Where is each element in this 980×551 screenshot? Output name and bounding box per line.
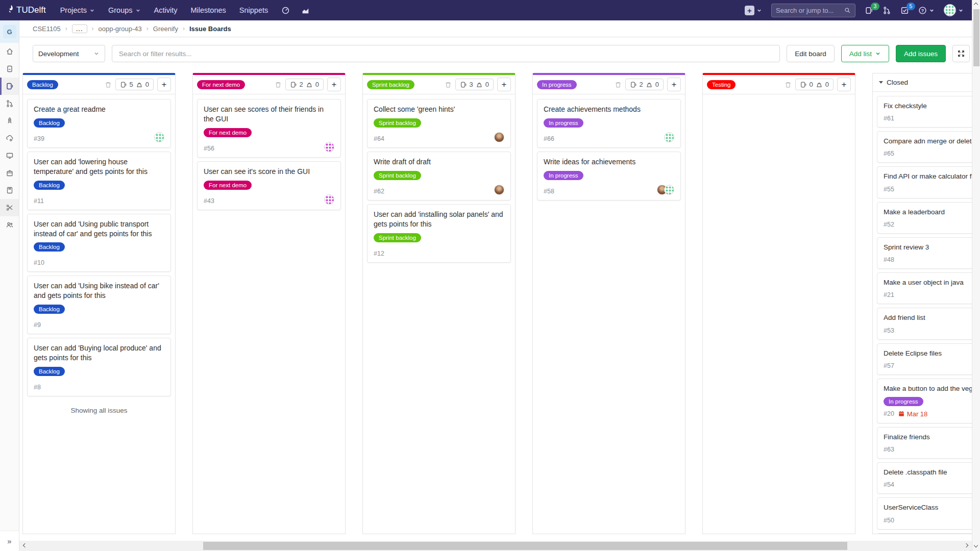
issue-label-pill[interactable]: Sprint backlog	[374, 233, 421, 242]
list-label-pill[interactable]: For next demo	[197, 80, 245, 89]
issue-label-pill[interactable]: Backlog	[34, 305, 65, 314]
delete-list-button[interactable]	[105, 81, 112, 88]
issue-label-pill[interactable]: Sprint backlog	[374, 171, 421, 180]
sidebar-item-issues[interactable]	[0, 78, 19, 95]
breadcrumb-item[interactable]: Greenify	[153, 25, 178, 33]
issue-card[interactable]: User can add 'Buying local produce' and …	[27, 338, 171, 396]
todos-nav-button[interactable]: 5	[900, 6, 909, 15]
issue-label-pill[interactable]: For next demo	[204, 181, 252, 190]
issue-label-pill[interactable]: In progress	[544, 171, 583, 180]
sidebar-item-snippets[interactable]	[0, 199, 19, 216]
assignee-avatar-identicon[interactable]	[664, 185, 674, 195]
issue-label-pill[interactable]: Backlog	[34, 118, 65, 128]
issue-card[interactable]: User can see it's score in the GUI For n…	[197, 161, 341, 210]
merge-requests-nav-button[interactable]	[883, 6, 891, 15]
assignee-avatar-photo[interactable]	[494, 132, 504, 142]
assignee-avatar-identicon[interactable]	[154, 132, 164, 142]
tudelft-logo[interactable]: TUDelft	[7, 5, 46, 15]
board-select-dropdown[interactable]: Development	[33, 45, 105, 62]
closed-list-header[interactable]: Closed	[873, 73, 980, 92]
assignee-avatar-identicon[interactable]	[324, 194, 334, 205]
vertical-scrollbar-thumb[interactable]	[973, 9, 979, 66]
assignee-avatar-photo[interactable]	[494, 185, 504, 195]
delete-list-button[interactable]	[785, 81, 792, 88]
scroll-right-arrow[interactable]	[964, 543, 968, 547]
list-label-pill[interactable]: Testing	[707, 80, 736, 89]
closed-issue-card[interactable]: Delete Eclipse files #57	[877, 343, 980, 375]
sidebar-item-cicd[interactable]	[0, 112, 19, 130]
area-chart-icon[interactable]	[301, 6, 310, 15]
issues-nav-button[interactable]: 3	[865, 6, 873, 15]
closed-issue-card[interactable]: Compare adn merge or delete old b #65	[877, 131, 980, 163]
user-menu-button[interactable]	[944, 4, 964, 16]
delete-list-button[interactable]	[445, 81, 452, 88]
closed-issue-card[interactable]: Add friend list #53	[877, 308, 980, 339]
breadcrumb-item[interactable]: oopp-group-43	[99, 25, 142, 33]
help-menu-button[interactable]: ?	[918, 6, 935, 15]
sidebar-item-merge-requests[interactable]	[0, 95, 19, 112]
nav-menu-item[interactable]: Groups	[108, 6, 141, 14]
closed-issue-card[interactable]: Sprint review 3 #48	[877, 237, 980, 269]
closed-issue-card[interactable]: UserServiceClass #50	[877, 497, 980, 529]
sidebar-item-operations[interactable]	[0, 130, 19, 147]
issue-label-pill[interactable]: In progress	[544, 118, 583, 128]
list-label-pill[interactable]: Backlog	[27, 80, 58, 89]
issue-card[interactable]: Create a great readme Backlog #39	[27, 99, 171, 148]
closed-issue-card[interactable]: Make a button to add the vegetarian In p…	[877, 379, 980, 423]
issue-card[interactable]: User can add 'installing solar panels' a…	[367, 204, 511, 263]
issue-label-pill[interactable]: For next demo	[204, 128, 252, 137]
closed-issue-card[interactable]: Find API or make calculator for CO2 #55	[877, 166, 980, 198]
assignee-avatar-identicon[interactable]	[324, 142, 334, 152]
dashboard-gauge-icon[interactable]	[281, 6, 290, 15]
scroll-left-arrow[interactable]	[23, 543, 27, 547]
sidebar-project-avatar[interactable]: G	[0, 20, 19, 43]
nav-menu-item[interactable]: Snippets	[239, 6, 268, 14]
scroll-up-arrow[interactable]	[974, 3, 978, 7]
nav-menu-item[interactable]: Projects	[60, 6, 95, 14]
issue-card[interactable]: Write draft of draft Sprint backlog #62	[367, 152, 511, 201]
edit-board-button[interactable]: Edit board	[787, 45, 835, 62]
list-label-pill[interactable]: In progress	[537, 80, 577, 89]
closed-issue-card[interactable]: Finalize friends #63	[877, 427, 980, 459]
issue-card[interactable]: Write ideas for achievements In progress…	[537, 152, 681, 201]
add-issue-to-list-button[interactable]: +	[157, 78, 171, 91]
issue-label-pill[interactable]: Backlog	[34, 367, 65, 376]
fullscreen-button[interactable]	[952, 45, 970, 62]
delete-list-button[interactable]	[615, 81, 622, 88]
issue-card[interactable]: User can add 'lowering house temperature…	[27, 152, 171, 210]
add-issue-to-list-button[interactable]: +	[837, 78, 851, 91]
issue-card[interactable]: User can add 'Using bike instead of car'…	[27, 276, 171, 334]
sidebar-expand-toggle[interactable]: »	[0, 531, 19, 551]
list-label-pill[interactable]: Sprint backlog	[367, 80, 414, 89]
issue-card[interactable]: User can see scores of their friends in …	[197, 99, 341, 158]
closed-issue-card[interactable]: Fix checkstyle #61	[877, 96, 980, 128]
scroll-down-arrow[interactable]	[974, 543, 978, 547]
issue-label-pill[interactable]: Backlog	[34, 181, 65, 190]
closed-issue-card[interactable]	[877, 533, 980, 534]
breadcrumb-item[interactable]: ...	[72, 24, 87, 33]
new-menu-button[interactable]: +	[745, 6, 762, 15]
issue-card[interactable]: Collect some 'green hints' Sprint backlo…	[367, 99, 511, 148]
horizontal-scrollbar[interactable]	[19, 541, 972, 551]
closed-issue-card[interactable]: Make a leaderboard #52	[877, 202, 980, 234]
nav-menu-item[interactable]: Milestones	[191, 6, 226, 14]
sidebar-item-members[interactable]	[0, 216, 19, 234]
issue-label-pill[interactable]: In progress	[884, 397, 923, 406]
global-search-input[interactable]	[776, 7, 844, 14]
assignee-avatar-identicon[interactable]	[664, 132, 674, 142]
add-issue-to-list-button[interactable]: +	[667, 78, 681, 91]
vertical-scrollbar[interactable]	[972, 0, 980, 551]
issue-card[interactable]: User can add 'Using public transport ins…	[27, 214, 171, 272]
sidebar-item-repository[interactable]	[0, 60, 19, 78]
issue-label-pill[interactable]: Backlog	[34, 242, 65, 252]
add-list-button[interactable]: Add list	[841, 45, 889, 62]
breadcrumb-item[interactable]: CSE1105	[33, 25, 61, 33]
closed-issue-card[interactable]: Make a user object in java #21	[877, 272, 980, 304]
nav-menu-item[interactable]: Activity	[154, 6, 178, 14]
sidebar-item-monitor[interactable]	[0, 147, 19, 164]
horizontal-scrollbar-thumb[interactable]	[203, 542, 847, 550]
issue-card[interactable]: Create achievements methods In progress …	[537, 99, 681, 148]
sidebar-item-overview[interactable]	[0, 43, 19, 60]
add-issues-button[interactable]: Add issues	[896, 45, 946, 62]
delete-list-button[interactable]	[275, 81, 282, 88]
